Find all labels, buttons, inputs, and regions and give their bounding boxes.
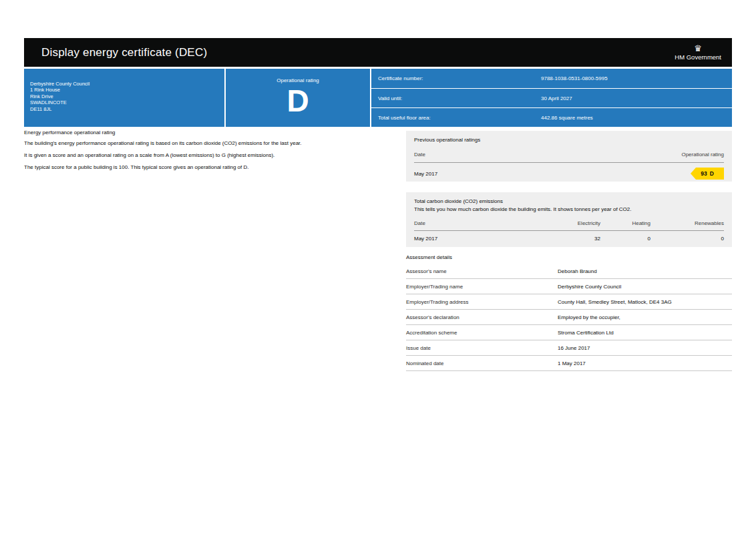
table-row: May 2017 32 0 0 xyxy=(414,236,724,242)
rating-score: 93 xyxy=(701,170,707,177)
page-title: Display energy certificate (DEC) xyxy=(41,46,207,59)
row-value: Derbyshire County Council xyxy=(558,284,732,290)
address-line: SWADLINCOTE xyxy=(30,99,219,105)
previous-ratings-panel: Previous operational ratings Date Operat… xyxy=(406,131,732,182)
address-line: DE11 8JL xyxy=(30,106,219,112)
row-label: Accreditation scheme xyxy=(406,330,558,336)
address-line: Rink Drive xyxy=(30,93,219,99)
row-label: Issue date xyxy=(406,345,558,351)
co2-heading: Total carbon dioxide (CO2) emissions xyxy=(414,198,724,204)
row-value: Deborah Braund xyxy=(558,268,732,274)
co2-electricity-value: 32 xyxy=(540,236,600,242)
intro-heading: Energy performance operational rating xyxy=(24,129,388,136)
co2-description: This tells you how much carbon dioxide t… xyxy=(414,206,724,212)
previous-ratings-header-row: Date Operational rating xyxy=(414,152,724,163)
co2-date: May 2017 xyxy=(414,236,540,242)
floor-area-value: 442.86 square metres xyxy=(541,115,593,121)
operational-rating-label: Operational rating xyxy=(226,77,370,83)
dec-certificate-page: Display energy certificate (DEC) ♛ HM Go… xyxy=(0,0,756,534)
accreditation-scheme-row: Accreditation scheme Stroma Certificatio… xyxy=(406,325,732,340)
certificate-number-label: Certificate number: xyxy=(378,75,423,81)
operational-rating-block: Operational rating D xyxy=(226,69,370,127)
row-value: 16 June 2017 xyxy=(558,345,732,351)
co2-renewables-value: 0 xyxy=(650,236,724,242)
previous-ratings-heading: Previous operational ratings xyxy=(414,137,724,143)
row-label: Employer/Trading address xyxy=(406,299,558,305)
column-header-heating: Heating xyxy=(600,220,650,226)
nominated-date-row: Nominated date 1 May 2017 xyxy=(406,356,732,371)
employer-name-row: Employer/Trading name Derbyshire County … xyxy=(406,279,732,294)
row-value: Employed by the occupier, xyxy=(558,314,732,320)
co2-header-row: Date Electricity Heating Renewables xyxy=(414,220,724,231)
crown-icon: ♛ xyxy=(694,44,702,53)
assessment-details-section: Assessment details Assessor's name Debor… xyxy=(406,254,732,371)
certificate-number-value: 9788-1038-0531-0800-5995 xyxy=(541,75,608,81)
column-header-electricity: Electricity xyxy=(540,220,600,226)
floor-area-row: Total useful floor area: 442.86 square m… xyxy=(371,107,732,127)
column-header-renewables: Renewables xyxy=(650,220,724,226)
rating-band: D xyxy=(710,170,714,177)
intro-paragraph: The building's energy performance operat… xyxy=(24,140,388,147)
assessor-declaration-row: Assessor's declaration Employed by the o… xyxy=(406,310,732,325)
valid-until-label: Valid until: xyxy=(378,95,402,101)
operational-rating-value: D xyxy=(226,85,370,117)
row-label: Assessor's name xyxy=(406,268,558,274)
row-label: Employer/Trading name xyxy=(406,284,558,290)
building-address-block: Derbyshire County Council 1 Rink House R… xyxy=(24,69,224,127)
row-value: Stroma Certification Ltd xyxy=(558,330,732,336)
co2-emissions-panel: Total carbon dioxide (CO2) emissions Thi… xyxy=(406,192,732,247)
assessor-name-row: Assessor's name Deborah Braund xyxy=(406,264,732,279)
address-line: 1 Rink House xyxy=(30,87,219,93)
issue-date-row: Issue date 16 June 2017 xyxy=(406,340,732,356)
row-value: 1 May 2017 xyxy=(558,360,732,366)
masthead: Display energy certificate (DEC) ♛ HM Go… xyxy=(24,38,732,67)
hm-government-label: HM Government xyxy=(675,54,721,61)
employer-address-row: Employer/Trading address County Hall, Sm… xyxy=(406,294,732,310)
row-label: Nominated date xyxy=(406,360,558,366)
column-header-operational-rating: Operational rating xyxy=(681,152,724,158)
hm-government-logo: ♛ HM Government xyxy=(675,44,721,61)
certificate-details-block: Certificate number: 9788-1038-0531-0800-… xyxy=(371,69,732,127)
certificate-number-row: Certificate number: 9788-1038-0531-0800-… xyxy=(371,69,732,88)
address-line: Derbyshire County Council xyxy=(30,81,219,87)
table-row: May 2017 93 D xyxy=(414,168,724,180)
rating-tag: 93 D xyxy=(691,168,724,180)
assessment-details-heading: Assessment details xyxy=(406,254,732,260)
valid-until-row: Valid until: 30 April 2027 xyxy=(371,88,732,107)
energy-performance-intro: Energy performance operational rating Th… xyxy=(24,129,388,176)
row-label: Assessor's declaration xyxy=(406,314,558,320)
intro-paragraph: It is given a score and an operational r… xyxy=(24,152,388,159)
column-header-date: Date xyxy=(414,152,425,158)
co2-heating-value: 0 xyxy=(600,236,650,242)
column-header-date: Date xyxy=(414,220,540,226)
row-value: County Hall, Smedley Street, Matlock, DE… xyxy=(558,299,732,305)
previous-rating-date: May 2017 xyxy=(414,171,437,177)
intro-paragraph: The typical score for a public building … xyxy=(24,164,388,171)
floor-area-label: Total useful floor area: xyxy=(378,115,431,121)
valid-until-value: 30 April 2027 xyxy=(541,95,572,101)
